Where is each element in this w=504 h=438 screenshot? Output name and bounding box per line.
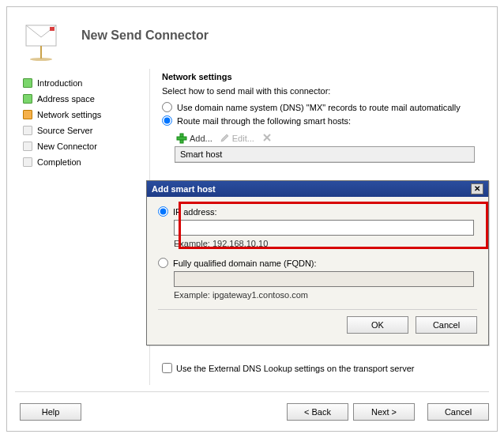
nav-new-connector[interactable]: New Connector bbox=[23, 138, 141, 154]
section-title: Network settings bbox=[162, 72, 486, 81]
fqdn-input bbox=[174, 271, 474, 287]
nav-label: Source Server bbox=[37, 126, 92, 135]
external-dns-label: Use the External DNS Lookup settings on … bbox=[176, 364, 414, 373]
nav-label: Completion bbox=[37, 157, 81, 167]
close-icon[interactable]: ✕ bbox=[471, 183, 483, 194]
envelope-icon bbox=[23, 22, 58, 49]
nav-address-space[interactable]: Address space bbox=[23, 91, 141, 107]
nav-label: New Connector bbox=[37, 142, 97, 151]
svg-rect-1 bbox=[50, 27, 55, 31]
nav-label: Network settings bbox=[37, 110, 101, 119]
nav-completion[interactable]: Completion bbox=[23, 154, 141, 170]
cancel-button[interactable]: Cancel bbox=[416, 316, 477, 334]
external-dns-checkbox-row[interactable]: Use the External DNS Lookup settings on … bbox=[162, 363, 414, 373]
svg-point-3 bbox=[30, 58, 52, 61]
add-button[interactable]: Add... bbox=[175, 132, 214, 145]
edit-button: Edit... bbox=[219, 132, 256, 145]
nav-network-settings[interactable]: Network settings bbox=[23, 107, 141, 123]
wizard-nav: Introduction Address space Network setti… bbox=[23, 75, 141, 170]
section-hint: Select how to send mail with this connec… bbox=[162, 86, 486, 96]
nav-introduction[interactable]: Introduction bbox=[23, 75, 141, 91]
external-dns-checkbox[interactable] bbox=[162, 363, 172, 373]
radio-dns-label: Use domain name system (DNS) "MX" record… bbox=[177, 103, 461, 112]
edit-label: Edit... bbox=[232, 134, 254, 143]
back-button[interactable]: < Back bbox=[287, 403, 348, 421]
radio-ip[interactable]: IP address: bbox=[158, 206, 477, 217]
nav-label: Address space bbox=[37, 94, 95, 104]
wizard-cancel-button[interactable]: Cancel bbox=[427, 403, 489, 421]
x-icon bbox=[262, 133, 272, 144]
ip-address-input[interactable] bbox=[174, 220, 474, 236]
next-button[interactable]: Next > bbox=[353, 403, 415, 421]
radio-ip-label: IP address: bbox=[173, 207, 216, 217]
ip-example: Example: 192.168.10.10 bbox=[174, 239, 477, 248]
radio-ip-input[interactable] bbox=[158, 206, 168, 217]
page-title: New Send Connector bbox=[81, 28, 209, 43]
pencil-icon bbox=[220, 133, 230, 144]
help-button[interactable]: Help bbox=[20, 403, 81, 421]
radio-dns-input[interactable] bbox=[162, 102, 172, 112]
radio-fqdn[interactable]: Fully qualified domain name (FQDN): bbox=[158, 258, 477, 268]
grid-header: Smart host bbox=[175, 147, 474, 162]
nav-label: Introduction bbox=[37, 78, 82, 88]
radio-smart-label: Route mail through the following smart h… bbox=[177, 116, 351, 126]
radio-fqdn-label: Fully qualified domain name (FQDN): bbox=[173, 259, 317, 268]
delete-button bbox=[261, 132, 273, 145]
svg-rect-5 bbox=[177, 137, 186, 140]
modal-title: Add smart host bbox=[152, 184, 216, 194]
radio-smart-input[interactable] bbox=[162, 115, 172, 126]
nav-source-server[interactable]: Source Server bbox=[23, 123, 141, 138]
fqdn-example: Example: ipgateway1.contoso.com bbox=[174, 290, 477, 300]
smart-host-grid[interactable]: Smart host bbox=[175, 146, 475, 163]
radio-smart-host[interactable]: Route mail through the following smart h… bbox=[162, 114, 486, 127]
ok-button[interactable]: OK bbox=[347, 316, 408, 334]
radio-use-dns[interactable]: Use domain name system (DNS) "MX" record… bbox=[162, 100, 486, 114]
plus-icon bbox=[176, 133, 187, 144]
radio-fqdn-input[interactable] bbox=[158, 258, 168, 268]
add-label: Add... bbox=[190, 134, 213, 143]
add-smart-host-dialog: Add smart host ✕ IP address: Example: 19… bbox=[146, 180, 489, 345]
